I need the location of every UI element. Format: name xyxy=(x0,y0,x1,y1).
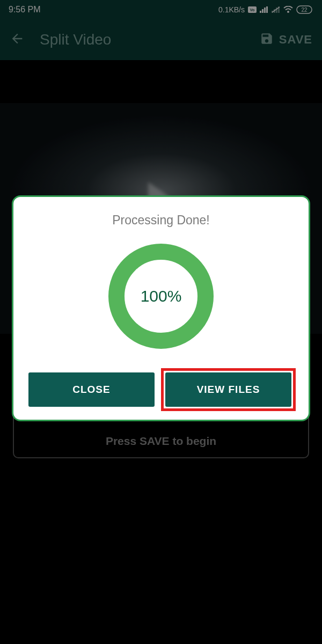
view-files-highlight: VIEW FILES xyxy=(161,368,296,411)
dialog-buttons: CLOSE VIEW FILES xyxy=(28,372,294,407)
progress-percent: 100% xyxy=(141,287,182,305)
view-files-button[interactable]: VIEW FILES xyxy=(165,372,291,407)
close-button[interactable]: CLOSE xyxy=(28,372,155,407)
dialog-title: Processing Done! xyxy=(28,213,294,228)
progress-ring: 100% xyxy=(108,244,214,349)
processing-done-dialog: Processing Done! 100% CLOSE VIEW FILES xyxy=(12,195,310,421)
